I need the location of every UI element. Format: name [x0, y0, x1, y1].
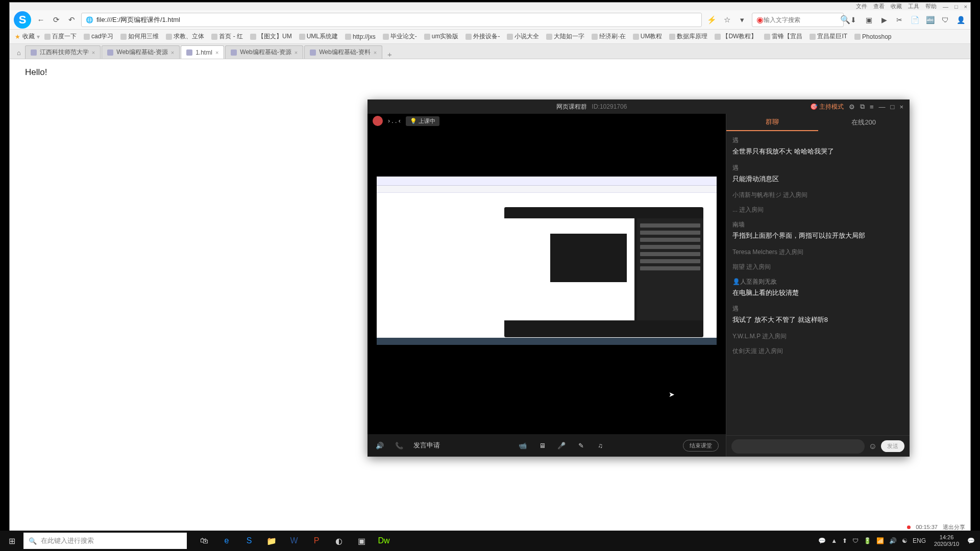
bookmark-item[interactable]: cad学习 [81, 31, 116, 42]
edge-icon[interactable]: e [216, 531, 237, 551]
search-box[interactable]: ◉ 🔍 [752, 13, 844, 27]
app-icon[interactable]: ▣ [351, 531, 372, 551]
browser-tab[interactable]: 1.html× [181, 45, 224, 59]
menu-file[interactable]: 文件 [856, 3, 867, 10]
fav-label[interactable]: 收藏 [22, 32, 35, 41]
browser-tab[interactable]: 江西科技师范大学× [25, 45, 101, 59]
tray-icon[interactable]: 🛡 [852, 537, 859, 544]
new-tab-button[interactable]: + [383, 50, 396, 59]
scissors-icon[interactable]: ✂ [894, 14, 905, 26]
bookmark-item[interactable]: um实验版 [422, 31, 461, 42]
menu-view[interactable]: 查看 [873, 3, 885, 10]
search-input[interactable] [764, 16, 840, 23]
clock[interactable]: 14:26 2020/3/10 [931, 534, 962, 547]
chat-input[interactable] [731, 439, 865, 454]
close-icon[interactable]: × [295, 49, 298, 56]
tab-online[interactable]: 在线200 [818, 114, 910, 131]
bookmark-item[interactable]: 小说大全 [504, 31, 542, 42]
music-icon[interactable]: ♫ [595, 442, 605, 449]
screen-icon[interactable]: 🖥 [537, 442, 547, 449]
end-class-button[interactable]: 结束课堂 [683, 440, 719, 452]
bookmark-item[interactable]: UML系统建 [297, 31, 340, 42]
speak-request-label[interactable]: 发言申请 [413, 441, 440, 450]
gear-icon[interactable]: ⚙ [849, 103, 855, 111]
bookmark-item[interactable]: Photoshop [852, 32, 894, 41]
download-icon[interactable]: ⬇ [848, 14, 859, 26]
bookmark-item[interactable]: 如何用三维 [118, 31, 161, 42]
tray-icon[interactable]: 📶 [876, 537, 884, 544]
bookmark-item[interactable]: UM教程 [630, 31, 665, 42]
tray-icon[interactable]: 🔋 [864, 537, 871, 544]
shield-icon[interactable]: 🛡 [940, 14, 951, 26]
mic-icon[interactable]: 🎤 [556, 442, 567, 449]
bookmark-item[interactable]: 经济刷·在 [589, 31, 628, 42]
bookmark-item[interactable]: 【图文】UM [248, 31, 295, 42]
minimize-icon[interactable]: — [879, 103, 886, 111]
translate-icon[interactable]: 🔤 [924, 14, 936, 26]
dropdown-icon[interactable]: ▾ [737, 14, 748, 26]
word-icon[interactable]: W [284, 531, 304, 551]
dreamweaver-icon[interactable]: Dw [374, 531, 394, 551]
lang-indicator[interactable]: ENG [913, 537, 926, 544]
win-min[interactable]: — [943, 4, 948, 10]
menu-help[interactable]: 帮助 [925, 3, 937, 10]
bookmark-item[interactable]: 外接设备- [463, 31, 502, 42]
screenshot-icon[interactable]: ▣ [863, 14, 874, 26]
home-icon[interactable]: ⌂ [13, 47, 25, 59]
message-list[interactable]: 遇全世界只有我放不大 哈哈哈我哭了遇只能滑动消息区小清新与帆布鞋ジ 进入房间..… [726, 131, 910, 435]
bookmark-item[interactable]: 百度一下 [42, 31, 79, 42]
win-close[interactable]: × [964, 4, 967, 10]
browser-logo-icon[interactable]: S [14, 11, 31, 29]
bookmark-item[interactable]: 大陆如一字 [544, 31, 587, 42]
camera-icon[interactable]: 📹 [518, 442, 528, 449]
back-icon[interactable]: ← [35, 14, 46, 26]
close-icon[interactable]: × [899, 103, 903, 111]
browser-icon[interactable]: S [239, 531, 259, 551]
close-icon[interactable]: × [374, 49, 377, 56]
bookmark-item[interactable]: 雷锋【宜昌 [762, 31, 805, 42]
doc-icon[interactable]: 📄 [909, 14, 920, 26]
bookmark-item[interactable]: 求教、立体 [163, 31, 207, 42]
close-icon[interactable]: × [92, 49, 95, 56]
bookmark-item[interactable]: 宜昌星巨IT [807, 31, 850, 42]
close-icon[interactable]: × [215, 49, 218, 56]
emoji-icon[interactable]: ☺ [869, 442, 877, 451]
close-icon[interactable]: × [171, 49, 174, 56]
undo-icon[interactable]: ↶ [66, 14, 77, 26]
menu-icon[interactable]: ≡ [870, 103, 874, 111]
explorer-icon[interactable]: 📁 [261, 531, 282, 551]
address-bar[interactable]: 🌐 [81, 13, 702, 27]
tab-groupchat[interactable]: 群聊 [726, 114, 818, 131]
url-input[interactable] [96, 16, 697, 23]
bookmark-item[interactable]: 毕业论文- [380, 31, 420, 42]
ime-icon[interactable]: ☯ [902, 537, 908, 544]
browser-tab[interactable]: Web编程基础-资料× [304, 45, 382, 59]
start-button[interactable]: ⊞ [0, 531, 23, 551]
video-icon[interactable]: ▶ [878, 14, 890, 26]
store-icon[interactable]: 🛍 [194, 531, 214, 551]
bookmark-item[interactable]: 首页 - 红 [209, 31, 246, 42]
star-icon[interactable]: ☆ [721, 14, 732, 26]
nav-arrows[interactable]: › . . ‹ [388, 117, 401, 124]
tray-icon[interactable]: ▲ [831, 537, 837, 544]
menu-tools[interactable]: 工具 [908, 3, 919, 10]
popout-icon[interactable]: ⧉ [860, 103, 865, 111]
notifications-icon[interactable]: 💬 [967, 537, 975, 544]
classroom-titlebar[interactable]: 网页课程群 ID:10291706 🎯 主持模式 ⚙ ⧉ ≡ — □ × [368, 99, 910, 114]
speaker-icon[interactable]: 🔊 [375, 442, 385, 449]
browser-tab[interactable]: Web编程基础-资源× [102, 45, 180, 59]
tray-icon[interactable]: ⬆ [842, 537, 847, 544]
phone-icon[interactable]: 📞 [394, 442, 404, 449]
person-icon[interactable]: 👤 [955, 14, 966, 26]
bookmark-item[interactable]: 【DW教程】 [712, 31, 760, 42]
flash-icon[interactable]: ⚡ [706, 14, 717, 26]
presenter-avatar-icon[interactable] [373, 116, 383, 126]
menu-fav[interactable]: 收藏 [891, 3, 902, 10]
edit-icon[interactable]: ✎ [576, 442, 586, 449]
bookmark-item[interactable]: 数据库原理 [667, 31, 710, 42]
maximize-icon[interactable]: □ [891, 103, 895, 111]
win-max[interactable]: □ [954, 4, 958, 10]
powerpoint-icon[interactable]: P [306, 531, 327, 551]
send-button[interactable]: 发送 [881, 440, 904, 452]
taskbar-search[interactable]: 🔍 在此键入进行搜索 [23, 533, 187, 549]
